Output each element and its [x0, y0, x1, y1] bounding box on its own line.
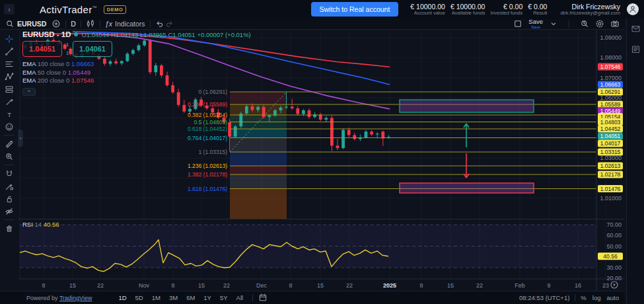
magnet-tool-icon[interactable] [2, 167, 17, 180]
mail-icon[interactable] [631, 24, 641, 36]
range-all[interactable]: All [233, 293, 248, 303]
drawing-mode-tool-icon[interactable] [2, 180, 17, 192]
svg-text:1 (1.03315): 1 (1.03315) [199, 149, 228, 155]
compare-symbol-icon[interactable] [52, 19, 61, 28]
range-5d[interactable]: 5D [131, 293, 147, 303]
supply-zone-box[interactable] [400, 100, 534, 112]
bar-replay-icon[interactable] [580, 19, 589, 28]
svg-text:40.56: 40.56 [603, 253, 618, 260]
svg-text:1.09000: 1.09000 [600, 34, 622, 41]
svg-text:15: 15 [317, 282, 324, 289]
stat-value: € 0.00 [490, 3, 522, 11]
svg-text:16: 16 [575, 282, 581, 289]
ema-legend-row[interactable]: EMA 100 close 0 1.06663 [22, 60, 251, 69]
redo-icon[interactable] [164, 19, 174, 28]
switch-to-real-button[interactable]: Switch to Real account [311, 2, 399, 17]
avatar[interactable] [627, 3, 639, 15]
chart-type-icon[interactable] [86, 19, 95, 28]
time-axis[interactable]: 81522Nov81522Dec81522202581522Feb91623 [42, 282, 609, 289]
chart-area[interactable]: 0 (1.06291)0.236 (1.05589)0.382 (1.05154… [18, 30, 625, 291]
ema-legend-row[interactable]: EMA 50 close 0 1.05449 [22, 69, 251, 77]
percent-scale-button[interactable]: % [581, 294, 586, 301]
range-3m[interactable]: 3M [165, 293, 182, 303]
svg-text:Nov: Nov [139, 282, 150, 289]
buy-button[interactable]: 1.04061 [73, 41, 112, 57]
tradingview-link[interactable]: TradingView [59, 295, 92, 301]
news-icon[interactable] [631, 44, 641, 57]
remove-drawings-tool-icon[interactable] [2, 222, 17, 235]
svg-text:T: T [7, 111, 11, 118]
save-status: Save [531, 25, 540, 29]
fullscreen-icon[interactable] [513, 19, 522, 28]
zoom-in-tool-icon[interactable] [2, 150, 17, 163]
fib-retracement-tool-icon[interactable] [2, 57, 17, 70]
svg-text:1.618 (1.01476): 1.618 (1.01476) [188, 186, 227, 192]
svg-text:1.06291: 1.06291 [600, 89, 621, 95]
svg-text:1.04452: 1.04452 [600, 126, 621, 132]
position-tool-icon[interactable] [2, 83, 17, 95]
crosshair-tool-icon[interactable] [2, 32, 17, 45]
price-axis[interactable]: 1.090001.080001.070001.060001.030001.010… [598, 34, 623, 282]
pattern-tool-icon[interactable] [2, 70, 17, 83]
account-stats: € 10000.00Account value€ 10000.00Availab… [405, 3, 547, 17]
brush-tool-icon[interactable] [2, 95, 17, 108]
svg-text:1.07546: 1.07546 [600, 63, 621, 70]
clock-label[interactable]: 08:24:53 (UTC+1) [519, 294, 569, 301]
timeframe-button[interactable]: D [71, 20, 76, 28]
svg-text:Dec: Dec [256, 282, 268, 289]
range-1y[interactable]: 1Y [199, 293, 215, 303]
lock-drawings-tool-icon[interactable] [2, 192, 17, 205]
svg-text:1.07000: 1.07000 [600, 75, 622, 81]
sell-button[interactable]: 1.04051 [22, 41, 62, 57]
measure-tool-icon[interactable] [2, 137, 17, 150]
scroll-to-realtime-icon[interactable] [611, 282, 618, 288]
account-stat: € 10000.00Available funds [450, 3, 485, 17]
indicators-button[interactable]: ƒx Indicators [105, 20, 145, 28]
target-zone-box[interactable] [400, 183, 534, 193]
log-scale-button[interactable]: log [592, 294, 601, 301]
auto-scale-button[interactable]: auto [607, 294, 620, 301]
save-button[interactable]: Save Save [528, 19, 543, 29]
user-block[interactable]: Dirk Friczewsky dirk.friczewsky@gmail.co… [560, 3, 620, 17]
save-dropdown-icon[interactable] [549, 19, 558, 28]
trend-line-tool-icon[interactable] [2, 45, 17, 57]
stat-label: Invested funds [490, 11, 522, 17]
rsi-legend[interactable]: RSI 14 40.56 [22, 221, 59, 228]
svg-text:22: 22 [476, 282, 483, 289]
user-email: dirk.friczewsky@gmail.com [560, 11, 620, 17]
stat-label: Account value [410, 11, 445, 17]
settings-gear-icon[interactable] [595, 19, 604, 28]
snapshot-camera-icon[interactable] [610, 19, 620, 28]
range-1m[interactable]: 1M [148, 293, 164, 303]
save-label: Save [528, 19, 543, 25]
go-to-date-icon[interactable] [258, 293, 268, 303]
stat-value: € 10000.00 [450, 3, 485, 11]
stat-value: € 0.00 [528, 3, 547, 11]
svg-text:9: 9 [547, 282, 550, 289]
svg-text:22: 22 [97, 282, 104, 289]
svg-text:50.00: 50.00 [606, 243, 622, 250]
chart-legend: EURUSD - 1D O1.04044 H1.04143 L1.03965 C… [22, 30, 251, 96]
svg-text:Feb: Feb [515, 282, 525, 289]
up-arrow-drawing[interactable] [464, 124, 469, 147]
svg-text:15: 15 [447, 282, 454, 289]
hide-drawings-tool-icon[interactable] [2, 205, 17, 217]
svg-text:1.236 (1.02613): 1.236 (1.02613) [188, 163, 227, 169]
svg-text:1.03315: 1.03315 [600, 149, 621, 155]
market-status-dot [74, 32, 78, 36]
expand-menu-icon[interactable]: › [4, 4, 15, 15]
undo-icon[interactable] [155, 19, 164, 28]
account-stat: € 10000.00Account value [410, 3, 445, 17]
ohlc-values: O1.04044 H1.04143 L1.03965 C1.04051 +0.0… [81, 31, 250, 38]
text-tool-icon[interactable]: T [2, 108, 17, 120]
range-6m[interactable]: 6M [182, 293, 199, 303]
top-header: › ActivTrader™ DEMO Switch to Real accou… [0, 0, 644, 19]
symbol-search[interactable]: EURUSD [5, 19, 46, 28]
collapse-legend-button[interactable]: ^ [22, 88, 36, 96]
range-1d[interactable]: 1D [114, 293, 130, 303]
range-5y[interactable]: 5Y [216, 293, 232, 303]
symbol-title[interactable]: EURUSD - 1D [22, 30, 71, 38]
ema-legend-row[interactable]: EMA 200 close 0 1.07546 [22, 77, 251, 85]
emoji-tool-icon[interactable] [2, 120, 17, 133]
user-name: Dirk Friczewsky [560, 3, 620, 11]
